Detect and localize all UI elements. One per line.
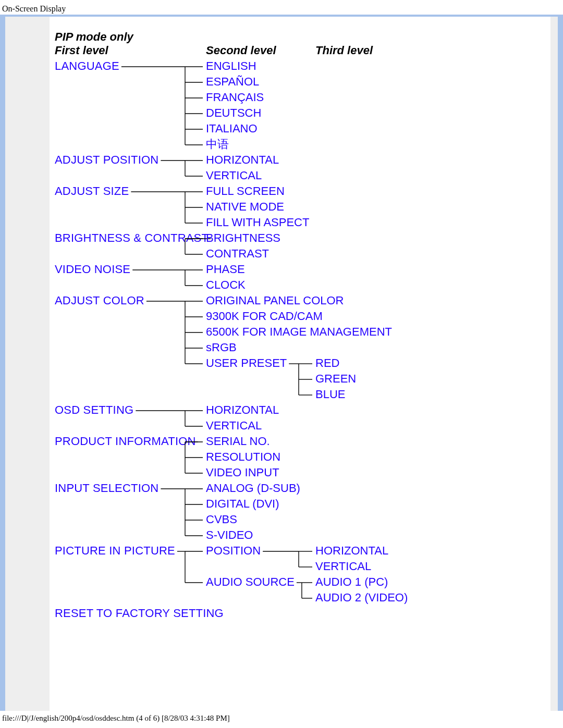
l2-item-1-1: VERTICAL (206, 169, 262, 182)
col2-header: Second level (206, 44, 276, 57)
l2-item-7-2: VIDEO INPUT (206, 466, 279, 479)
l1-item-2: ADJUST SIZE (55, 184, 129, 198)
l2-item-6-0: HORIZONTAL (206, 403, 279, 416)
l3-item-5-4-2: BLUE (315, 388, 345, 401)
footer-file-path: file:///D|/J/english/200p4/osd/osddesc.h… (0, 711, 563, 725)
l2-item-8-3: S-VIDEO (206, 528, 253, 541)
l1-item-10: RESET TO FACTORY SETTING (55, 607, 224, 620)
l2-item-3-1: CONTRAST (206, 247, 269, 260)
l2-item-8-0: ANALOG (D-SUB) (206, 482, 300, 495)
l3-item-9-1-1: AUDIO 2 (VIDEO) (315, 591, 408, 604)
l1-item-6: OSD SETTING (55, 403, 133, 416)
l2-item-2-0: FULL SCREEN (206, 184, 285, 198)
l3-item-5-4-0: RED (315, 356, 339, 369)
osd-tree-diagram: PIP mode onlyFirst levelSecond levelThir… (50, 29, 477, 637)
l1-item-0: LANGUAGE (55, 59, 119, 72)
l3-item-9-0-0: HORIZONTAL (315, 544, 388, 557)
l2-item-2-2: FILL WITH ASPECT (206, 216, 309, 229)
l2-item-1-0: HORIZONTAL (206, 153, 279, 166)
col3-header: Third level (315, 44, 373, 57)
l2-item-3-0: BRIGHTNESS (206, 231, 280, 244)
pip-mode-note: PIP mode only (55, 30, 134, 43)
col1-header: First level (55, 44, 109, 57)
l2-item-5-0: ORIGINAL PANEL COLOR (206, 294, 344, 307)
l2-item-4-1: CLOCK (206, 278, 246, 291)
l2-item-0-5: 中语 (206, 138, 229, 151)
l1-item-5: ADJUST COLOR (55, 294, 144, 307)
l2-item-5-1: 9300K FOR CAD/CAM (206, 310, 323, 323)
l1-item-4: VIDEO NOISE (55, 263, 130, 276)
l2-item-5-3: sRGB (206, 341, 237, 354)
l2-item-7-0: SERIAL NO. (206, 435, 270, 448)
l2-item-0-1: ESPAÑOL (206, 75, 259, 88)
l2-item-7-1: RESOLUTION (206, 450, 280, 463)
l1-item-8: INPUT SELECTION (55, 482, 158, 495)
l2-item-5-4: USER PRESET (206, 356, 287, 369)
l2-item-8-1: DIGITAL (DVI) (206, 497, 279, 510)
l1-item-1: ADJUST POSITION (55, 153, 158, 166)
l2-item-6-1: VERTICAL (206, 419, 262, 432)
l1-item-7: PRODUCT INFORMATION (55, 435, 196, 448)
l3-item-9-0-1: VERTICAL (315, 560, 371, 573)
content-sheet: PIP mode onlyFirst levelSecond levelThir… (50, 17, 550, 711)
l2-item-9-1: AUDIO SOURCE (206, 575, 295, 588)
l3-item-5-4-1: GREEN (315, 372, 356, 385)
l3-item-9-1-0: AUDIO 1 (PC) (315, 575, 388, 588)
l2-item-0-0: ENGLISH (206, 59, 256, 72)
outer-frame: PIP mode onlyFirst levelSecond levelThir… (0, 15, 563, 711)
l2-item-0-3: DEUTSCH (206, 106, 261, 119)
l2-item-8-2: CVBS (206, 513, 237, 526)
l1-item-9: PICTURE IN PICTURE (55, 544, 175, 557)
l2-item-2-1: NATIVE MODE (206, 200, 284, 213)
page-title: On-Screen Display (0, 0, 563, 15)
l2-item-9-0: POSITION (206, 544, 261, 557)
l1-item-3: BRIGHTNESS & CONTRAST (55, 231, 209, 244)
l2-item-5-2: 6500K FOR IMAGE MANAGEMENT (206, 325, 392, 338)
l2-item-4-0: PHASE (206, 263, 245, 276)
gray-margin: PIP mode onlyFirst levelSecond levelThir… (5, 17, 558, 711)
l2-item-0-4: ITALIANO (206, 122, 258, 135)
l2-item-0-2: FRANÇAIS (206, 91, 264, 104)
